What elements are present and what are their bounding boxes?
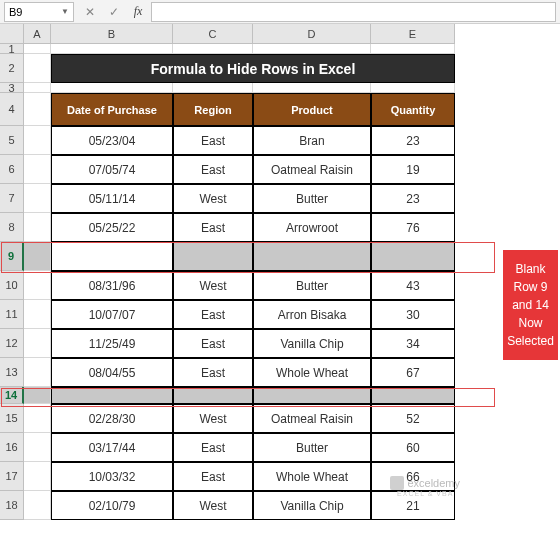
cell[interactable] <box>173 83 253 93</box>
cell[interactable] <box>253 44 371 54</box>
row-header[interactable]: 2 <box>0 54 24 83</box>
cell[interactable] <box>51 83 173 93</box>
cell[interactable] <box>253 83 371 93</box>
table-cell[interactable]: 52 <box>371 404 455 433</box>
table-cell[interactable]: Oatmeal Raisin <box>253 404 371 433</box>
table-cell[interactable]: Whole Wheat <box>253 462 371 491</box>
table-cell[interactable]: 30 <box>371 300 455 329</box>
table-cell[interactable]: 34 <box>371 329 455 358</box>
row-header[interactable]: 17 <box>0 462 24 491</box>
row-header[interactable]: 5 <box>0 126 24 155</box>
row-header-selected[interactable]: 9 <box>0 242 24 271</box>
table-cell[interactable]: East <box>173 358 253 387</box>
table-cell[interactable]: Vanilla Chip <box>253 491 371 520</box>
table-cell[interactable]: Vanilla Chip <box>253 329 371 358</box>
cell-selected[interactable] <box>24 242 51 271</box>
cell-selected[interactable] <box>173 242 253 271</box>
cell[interactable] <box>24 93 51 126</box>
cell[interactable] <box>371 83 455 93</box>
cell[interactable] <box>24 358 51 387</box>
table-cell[interactable]: Butter <box>253 433 371 462</box>
table-cell[interactable]: East <box>173 462 253 491</box>
cell[interactable] <box>51 44 173 54</box>
table-cell[interactable]: 23 <box>371 184 455 213</box>
row-header[interactable]: 11 <box>0 300 24 329</box>
row-header[interactable]: 7 <box>0 184 24 213</box>
row-header[interactable]: 8 <box>0 213 24 242</box>
table-cell[interactable]: 10/03/32 <box>51 462 173 491</box>
table-cell[interactable]: 05/25/22 <box>51 213 173 242</box>
cell[interactable] <box>24 155 51 184</box>
confirm-icon[interactable]: ✓ <box>103 2 125 22</box>
cell[interactable] <box>24 300 51 329</box>
table-cell[interactable]: 67 <box>371 358 455 387</box>
table-cell[interactable]: West <box>173 271 253 300</box>
cell[interactable] <box>24 462 51 491</box>
table-cell[interactable]: 05/11/14 <box>51 184 173 213</box>
cell[interactable] <box>24 54 51 83</box>
table-cell[interactable]: Whole Wheat <box>253 358 371 387</box>
col-header-c[interactable]: C <box>173 24 253 44</box>
cell[interactable] <box>24 126 51 155</box>
table-cell[interactable]: 08/31/96 <box>51 271 173 300</box>
cancel-icon[interactable]: ✕ <box>79 2 101 22</box>
cell[interactable] <box>371 44 455 54</box>
cell-selected[interactable] <box>24 387 51 404</box>
cell-selected[interactable] <box>371 387 455 404</box>
fx-icon[interactable]: fx <box>127 2 149 22</box>
table-cell[interactable]: Bran <box>253 126 371 155</box>
row-header[interactable]: 1 <box>0 44 24 54</box>
table-cell[interactable]: East <box>173 126 253 155</box>
cell[interactable] <box>24 433 51 462</box>
row-header[interactable]: 6 <box>0 155 24 184</box>
table-cell[interactable]: 08/04/55 <box>51 358 173 387</box>
formula-input[interactable] <box>151 2 556 22</box>
table-cell[interactable]: Oatmeal Raisin <box>253 155 371 184</box>
table-cell[interactable]: 19 <box>371 155 455 184</box>
table-cell[interactable]: East <box>173 433 253 462</box>
select-all-corner[interactable] <box>0 24 24 44</box>
table-cell[interactable]: 23 <box>371 126 455 155</box>
cell[interactable] <box>24 271 51 300</box>
table-cell[interactable]: Arrowroot <box>253 213 371 242</box>
table-cell[interactable]: Butter <box>253 184 371 213</box>
cell[interactable] <box>24 404 51 433</box>
table-cell[interactable]: 02/28/30 <box>51 404 173 433</box>
col-header-e[interactable]: E <box>371 24 455 44</box>
table-header-region[interactable]: Region <box>173 93 253 126</box>
table-cell[interactable]: West <box>173 184 253 213</box>
cell-selected[interactable] <box>253 242 371 271</box>
row-header[interactable]: 16 <box>0 433 24 462</box>
table-header-date[interactable]: Date of Purchase <box>51 93 173 126</box>
table-cell[interactable]: 10/07/07 <box>51 300 173 329</box>
row-header[interactable]: 12 <box>0 329 24 358</box>
table-cell[interactable]: 03/17/44 <box>51 433 173 462</box>
row-header[interactable]: 15 <box>0 404 24 433</box>
col-header-d[interactable]: D <box>253 24 371 44</box>
row-header[interactable]: 3 <box>0 83 24 93</box>
table-cell[interactable]: Butter <box>253 271 371 300</box>
col-header-b[interactable]: B <box>51 24 173 44</box>
row-header[interactable]: 4 <box>0 93 24 126</box>
sheet-title[interactable]: Formula to Hide Rows in Excel <box>51 54 455 83</box>
table-cell[interactable]: 76 <box>371 213 455 242</box>
col-header-a[interactable]: A <box>24 24 51 44</box>
table-header-product[interactable]: Product <box>253 93 371 126</box>
active-cell[interactable] <box>51 242 173 271</box>
cell-selected[interactable] <box>253 387 371 404</box>
name-box-dropdown-icon[interactable]: ▼ <box>61 7 69 16</box>
table-cell[interactable]: Arron Bisaka <box>253 300 371 329</box>
cell[interactable] <box>24 491 51 520</box>
table-cell[interactable]: East <box>173 213 253 242</box>
cell-selected[interactable] <box>173 387 253 404</box>
table-header-quantity[interactable]: Quantity <box>371 93 455 126</box>
row-header[interactable]: 13 <box>0 358 24 387</box>
name-box[interactable]: B9 ▼ <box>4 2 74 22</box>
table-cell[interactable]: 43 <box>371 271 455 300</box>
cell[interactable] <box>24 44 51 54</box>
table-cell[interactable]: 05/23/04 <box>51 126 173 155</box>
table-cell[interactable]: 07/05/74 <box>51 155 173 184</box>
table-cell[interactable]: 60 <box>371 433 455 462</box>
table-cell[interactable]: East <box>173 300 253 329</box>
row-header[interactable]: 10 <box>0 271 24 300</box>
